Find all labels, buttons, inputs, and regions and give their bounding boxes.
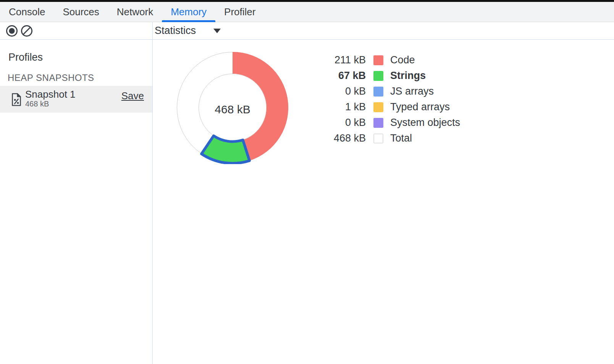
legend-label-js-arrays: JS arrays <box>390 85 434 97</box>
snapshot-name: Snapshot 1 <box>25 89 76 100</box>
clear-icon <box>21 25 33 37</box>
legend-value-system-objects: 0 kB <box>293 117 366 129</box>
snapshot-size: 468 kB <box>25 100 49 108</box>
perspective-select[interactable]: Statistics <box>155 22 221 39</box>
tab-profiler[interactable]: Profiler <box>215 2 264 22</box>
legend-label-strings: Strings <box>390 70 426 82</box>
record-icon <box>6 25 18 37</box>
legend-label-code: Code <box>390 54 415 66</box>
pie-slice-strings[interactable] <box>202 136 250 163</box>
legend-value-strings: 67 kB <box>293 70 366 82</box>
legend-value-js-arrays: 0 kB <box>293 85 366 97</box>
legend-row-typed-arrays[interactable]: 1 kBTyped arrays <box>293 99 460 115</box>
legend-swatch-code <box>373 55 383 65</box>
chevron-down-icon <box>213 29 221 33</box>
legend-swatch-system-objects <box>373 118 383 128</box>
legend-swatch-total <box>373 134 383 143</box>
profiles-heading: Profiles <box>8 52 43 63</box>
donut-inner-ring <box>199 74 267 142</box>
tab-console[interactable]: Console <box>0 2 54 22</box>
record-heap-snapshot-button[interactable] <box>6 25 18 37</box>
chart-legend: 211 kBCode67 kBStrings0 kBJS arrays1 kBT… <box>293 52 460 146</box>
legend-label-system-objects: System objects <box>390 117 460 129</box>
perspective-select-value: Statistics <box>155 25 196 37</box>
legend-row-system-objects[interactable]: 0 kBSystem objects <box>293 115 460 130</box>
legend-row-code[interactable]: 211 kBCode <box>293 52 460 68</box>
heap-statistics-donut-chart <box>176 51 289 164</box>
legend-value-total: 468 kB <box>293 132 366 144</box>
legend-row-total[interactable]: 468 kBTotal <box>293 130 460 146</box>
devtools-tab-bar: ConsoleSourcesNetworkMemoryProfiler <box>0 2 614 22</box>
legend-value-typed-arrays: 1 kB <box>293 101 366 113</box>
legend-row-strings[interactable]: 67 kBStrings <box>293 68 460 84</box>
heap-snapshots-section-header: HEAP SNAPSHOTS <box>8 72 94 83</box>
legend-swatch-js-arrays <box>373 87 383 97</box>
legend-row-js-arrays[interactable]: 0 kBJS arrays <box>293 84 460 99</box>
clear-profiles-button[interactable] <box>21 25 33 37</box>
legend-label-typed-arrays: Typed arrays <box>390 101 450 113</box>
panel-divider[interactable] <box>152 22 153 364</box>
legend-label-total: Total <box>390 132 412 144</box>
sidebar-item-snapshot-1[interactable]: Snapshot 1468 kBSave <box>0 86 152 113</box>
save-snapshot-link[interactable]: Save <box>121 90 144 102</box>
tab-sources[interactable]: Sources <box>54 2 108 22</box>
tab-memory[interactable]: Memory <box>162 2 215 22</box>
legend-value-code: 211 kB <box>293 54 366 66</box>
legend-swatch-strings <box>373 71 383 81</box>
memory-toolbar: Statistics <box>0 22 614 40</box>
tab-network[interactable]: Network <box>108 2 162 22</box>
heap-snapshot-icon <box>11 93 21 108</box>
legend-swatch-typed-arrays <box>373 102 383 112</box>
